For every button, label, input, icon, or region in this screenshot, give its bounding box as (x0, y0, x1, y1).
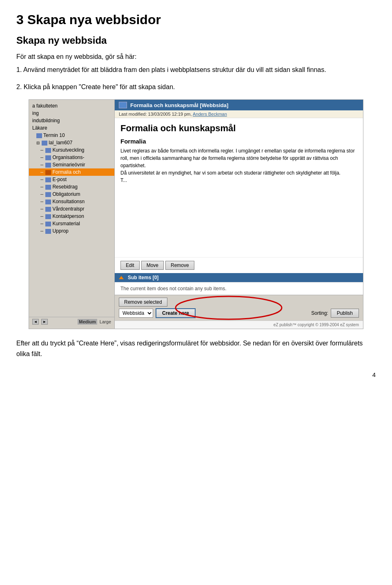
sidebar-item-17[interactable]: ─ Upprop (29, 227, 114, 235)
edit-button[interactable]: Edit (120, 261, 140, 270)
create-row: Webbsida Create here Sorting: Publish (119, 308, 359, 318)
sidebar-item-16[interactable]: ─ Kursmaterial (29, 220, 114, 227)
modified-bar: Last modified: 13/03/2005 12:19 pm, Ande… (115, 110, 363, 118)
dash-icon: ─ (40, 214, 43, 219)
content-type-select[interactable]: Webbsida (119, 309, 153, 318)
titlebar-page-icon (119, 102, 127, 108)
content-body: Formalia och kunskapsmål Formalia Livet … (115, 118, 363, 257)
collapse-icon: ⊟ (36, 141, 40, 145)
dash-icon: ─ (40, 177, 43, 182)
sub-items-arrow-icon (119, 276, 124, 279)
create-here-button[interactable]: Create here (156, 308, 196, 318)
sidebar-item-1[interactable]: ing (29, 110, 114, 117)
page-icon (45, 214, 51, 219)
dash-icon: ─ (40, 163, 43, 167)
dash-icon: ─ (40, 148, 43, 152)
dash-icon: ─ (40, 185, 43, 189)
sidebar-item-9[interactable]: ─ Formalia och (29, 168, 114, 176)
bottom-toolbar: Remove selected Webbsida Create here Sor… (115, 295, 363, 321)
sub-items-title: Sub items [0] (128, 275, 158, 280)
page-icon (36, 133, 42, 138)
sidebar-item-15[interactable]: ─ Kontaktperson (29, 213, 114, 220)
sidebar-tree: a fakulteten ing indutbildning Läkare Te… (29, 102, 114, 317)
folder-icon (42, 141, 47, 146)
sorting-label: Sorting: (311, 310, 328, 316)
sidebar-item-11[interactable]: ─ Resebidrag (29, 183, 114, 191)
sidebar-item-0[interactable]: a fakulteten (29, 102, 114, 110)
sidebar-item-10[interactable]: ─ E-post (29, 176, 114, 183)
large-size-btn[interactable]: Large (100, 319, 111, 324)
sidebar-item-3[interactable]: Läkare (29, 124, 114, 132)
screenshot: a fakulteten ing indutbildning Läkare Te… (29, 99, 363, 329)
page-heading: 3 Skapa nya webbsidor (16, 12, 376, 27)
publish-button[interactable]: Publish (331, 309, 359, 318)
section-title: Formalia (120, 138, 357, 145)
page-icon (45, 163, 51, 168)
modified-text: Last modified: 13/03/2005 12:19 pm, (119, 112, 192, 117)
step2-text: 2. Klicka på knappen "Create here" för a… (16, 82, 376, 92)
screenshot-container: a fakulteten ing indutbildning Läkare Te… (29, 99, 363, 329)
sidebar: a fakulteten ing indutbildning Läkare Te… (29, 100, 115, 329)
action-buttons-row: Edit Move Remove (115, 257, 363, 273)
dash-icon: ─ (40, 207, 43, 211)
page-icon (45, 148, 51, 153)
sidebar-item-6[interactable]: ─ Kursutveckling (29, 146, 114, 154)
sidebar-item-4[interactable]: Termin 10 (29, 132, 114, 139)
dash-icon: ─ (40, 199, 43, 204)
move-button[interactable]: Move (141, 261, 164, 270)
sidebar-item-2[interactable]: indutbildning (29, 117, 114, 124)
page-icon (45, 207, 51, 212)
content-paragraph: Livet regleras av både formella och info… (120, 147, 357, 184)
content-titlebar: Formalia och kunskapsmål [Webbsida] (115, 100, 363, 110)
step1-text: 1. Använd menyträdet för att bläddra fra… (16, 65, 376, 75)
main-content-area: Formalia och kunskapsmål [Webbsida] Last… (115, 100, 363, 329)
page-subheading: Skapa ny webbsida (16, 35, 376, 46)
sidebar-item-7[interactable]: ─ Organisations- (29, 154, 114, 161)
dash-icon: ─ (40, 192, 43, 197)
content-title-text: Formalia och kunskapsmål [Webbsida] (130, 102, 228, 108)
sidebar-item-13[interactable]: ─ Konsultationsn (29, 198, 114, 205)
sidebar-controls: ◄ ► Medium Large (29, 317, 114, 326)
next-arrow[interactable]: ► (41, 319, 48, 325)
intro-text: För att skapa en ny webbsida, gör så här… (16, 52, 376, 62)
page-icon (45, 192, 51, 197)
dash-icon: ─ (40, 170, 43, 175)
page-icon (45, 155, 51, 160)
dash-icon: ─ (40, 229, 43, 233)
sidebar-item-14[interactable]: ─ Vårdcentralspr (29, 205, 114, 213)
sub-items-empty-text: The current item does not contain any su… (120, 286, 226, 291)
page-icon (45, 170, 51, 175)
author-link[interactable]: Anders Beckman (193, 112, 227, 117)
remove-button[interactable]: Remove (165, 261, 194, 270)
after-text-1: Efter att du tryckt på “Create Here”, vi… (16, 338, 376, 359)
sidebar-item-8[interactable]: ─ Seminarieövnir (29, 161, 114, 168)
ez-footer: eZ publish™ copyright © 1999-2004 eZ sys… (115, 321, 363, 329)
sub-items-header: Sub items [0] (115, 273, 363, 282)
sub-items-body: The current item does not contain any su… (115, 282, 363, 295)
page-number: 4 (16, 371, 376, 378)
page-icon (45, 222, 51, 226)
remove-selected-button[interactable]: Remove selected (119, 298, 167, 307)
dash-icon: ─ (40, 155, 43, 160)
dash-icon: ─ (40, 222, 43, 226)
page-icon (45, 177, 51, 182)
page-icon (45, 229, 51, 234)
page-icon (45, 185, 51, 190)
prev-arrow[interactable]: ◄ (32, 319, 39, 325)
medium-size-btn[interactable]: Medium (78, 319, 97, 325)
article-title: Formalia och kunskapsmål (120, 123, 357, 134)
sidebar-item-5[interactable]: ⊟ lal_lam607 (29, 139, 114, 146)
sidebar-item-12[interactable]: ─ Obligatorium (29, 191, 114, 198)
page-icon (45, 199, 51, 204)
ez-footer-text: eZ publish™ copyright © 1999-2004 eZ sys… (274, 323, 359, 327)
